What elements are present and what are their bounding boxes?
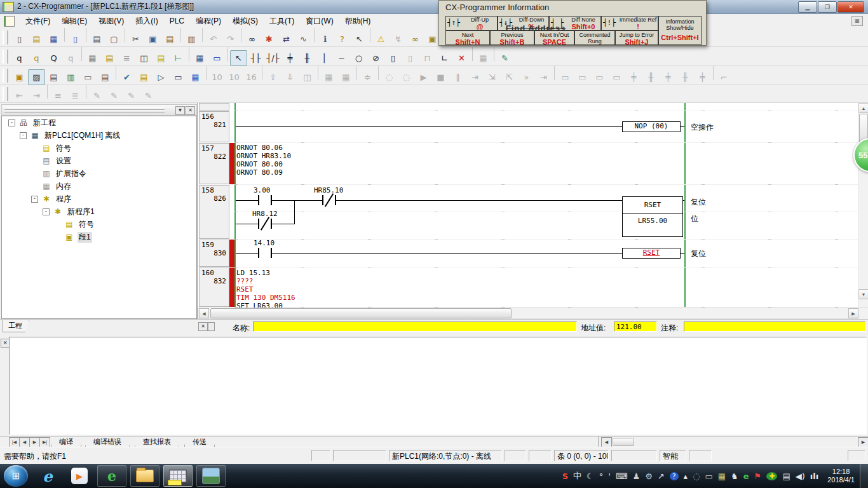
context-help-icon[interactable]: ↖ [351, 31, 368, 47]
menu-编程P[interactable]: 编程(P) [190, 15, 227, 27]
menu-视图V[interactable]: 视图(V) [93, 15, 130, 27]
query-window-icon[interactable]: ▥ [62, 69, 79, 85]
taskbar-clock[interactable]: 12:18 2018/4/1 [827, 468, 855, 484]
end-line-icon[interactable]: ∟ [436, 50, 453, 66]
rung-gutter-157[interactable]: 157 822 [199, 143, 229, 184]
rung-gutter-158[interactable]: 158 826 [199, 185, 229, 239]
style-brush-icon[interactable]: ✎ [496, 50, 513, 66]
replace-icon[interactable]: ⇄ [278, 31, 295, 47]
tray-ime-fullwidth-icon[interactable]: ° [599, 471, 604, 481]
find-in-files-icon[interactable]: ▯ [67, 31, 84, 47]
tree-expander[interactable]: - [8, 119, 15, 126]
contact-no-icon[interactable]: ┤├ [247, 50, 264, 66]
tray-flag-error-tray-icon[interactable]: ⚑ [754, 471, 762, 481]
cut-icon[interactable]: ✂ [127, 31, 144, 47]
grid-toggle-icon[interactable]: ▦ [84, 50, 101, 66]
tray-expand-tray-icon[interactable]: ▴ [684, 471, 688, 481]
menu-文件F[interactable]: 文件(F) [20, 15, 56, 27]
contact-or-no-icon[interactable]: ╪ [281, 50, 299, 66]
hscroll-thumb[interactable] [210, 308, 512, 318]
tray-ime-chinese-icon[interactable]: 中 [573, 470, 581, 482]
tray-browser-360-tray-icon[interactable]: e [743, 471, 749, 481]
instruction-rset-box[interactable]: RSET LR55.00 [622, 196, 683, 237]
tray-ime-punct-icon[interactable]: ' [608, 471, 611, 481]
menu-编辑E[interactable]: 编辑(E) [56, 15, 93, 27]
tree-item-memory[interactable]: ▦内存 [2, 180, 196, 193]
output-tab-编译错误[interactable]: 编译错误 [85, 437, 130, 447]
comment-field[interactable] [684, 322, 865, 332]
tray-safe-360-tray-icon[interactable]: ✚ [766, 472, 777, 480]
tree-item-settings[interactable]: ▤设置 [2, 154, 196, 167]
ci-window-icon[interactable]: ▭ [208, 50, 226, 66]
tray-plc-tray-icon[interactable]: ▦ [718, 471, 726, 481]
output-close-button[interactable]: ✕ [1, 339, 10, 348]
monitor-pair-icon[interactable]: ◫ [135, 50, 153, 66]
instruction-rset-error[interactable]: RSET [622, 248, 681, 259]
tray-volume-icon[interactable]: ◀) [796, 471, 805, 481]
name-field[interactable] [253, 322, 577, 332]
tab-first-button[interactable]: |◀ [9, 437, 20, 447]
instruction-box-icon[interactable]: ▯ [384, 50, 402, 66]
program-check-icon[interactable]: ▷ [153, 69, 170, 85]
mnemonic-view-icon[interactable]: ▨ [28, 69, 45, 85]
menu-帮助H[interactable]: 帮助(H) [339, 15, 377, 27]
show-addresses-icon[interactable]: ≡ [118, 50, 135, 66]
address-table-icon[interactable]: ▦ [191, 50, 208, 66]
statement-list-157[interactable]: ORNOT 80.06ORNOT HR83.10ORNOT 80.00ORNOT… [236, 144, 291, 177]
copy-icon[interactable]: ▣ [144, 31, 161, 47]
rung-gutter-prev[interactable] [199, 103, 229, 111]
taskbar-windows-explorer[interactable] [130, 465, 159, 487]
tray-help-tray-icon[interactable]: ? [670, 472, 679, 480]
toolbar-grip[interactable] [3, 30, 8, 44]
tree-item-symbols-global[interactable]: ▤符号 [2, 142, 196, 154]
zoom-region-icon[interactable]: q [28, 50, 45, 66]
contact-nc-HR8.12[interactable] [258, 219, 272, 229]
vscroll-up-button[interactable]: ▲ [858, 103, 868, 113]
tab-next-button[interactable]: ▶ [29, 437, 40, 447]
horizontal-line-icon[interactable]: ─ [333, 50, 350, 66]
tree-item-programs[interactable]: -✱程序 [2, 193, 196, 205]
vscroll-down-button[interactable]: ▼ [858, 289, 868, 299]
taskbar-internet-explorer[interactable]: e [34, 466, 62, 486]
toolbar-grip[interactable] [3, 50, 8, 64]
instruction-nop[interactable]: NOP (00) [622, 121, 681, 132]
tree-item-program-1[interactable]: -✱新程序1 [2, 205, 196, 218]
title-bar[interactable]: 2 - CX-Programmer - [新PLC1.新程序1.段1 [梯形图]… [0, 0, 868, 14]
about-icon[interactable]: ℹ [316, 31, 334, 47]
menu-工具T[interactable]: 工具(T) [264, 15, 300, 27]
tree-item-expansion-instructions[interactable]: ▥扩展指令 [2, 167, 196, 180]
hscroll-right-button[interactable]: ▶ [848, 308, 858, 318]
find-address-icon[interactable]: ✱ [261, 31, 278, 47]
show-tree-icon[interactable]: ⊢ [170, 50, 187, 66]
tray-qq-penguin-icon[interactable]: ♞ [731, 471, 738, 481]
rung-gutter-156[interactable]: 156 821 [199, 111, 229, 142]
find-bit-icon[interactable]: ∿ [295, 31, 312, 47]
save-icon[interactable]: ▦ [45, 31, 62, 47]
zoom-in-icon[interactable]: q [11, 50, 28, 66]
tree-item-section-1[interactable]: ▣段1 [2, 231, 196, 243]
output-hscroll-right[interactable]: ▶ [858, 437, 868, 447]
vertical-line-icon[interactable]: │ [316, 50, 333, 66]
tray-ime-moon-icon[interactable]: ☾ [587, 471, 594, 481]
contact-no-3.00[interactable] [258, 195, 272, 205]
mdi-child-icon[interactable] [4, 16, 15, 27]
output-tab-编译[interactable]: 编译 [51, 437, 81, 447]
tab-project[interactable]: 工程 [3, 320, 29, 332]
taskbar-browser-360[interactable]: e [97, 465, 126, 487]
paste-icon[interactable]: ▤ [161, 31, 179, 47]
popup-window-icon[interactable]: ▭ [79, 69, 97, 85]
list-window-icon[interactable]: ▭ [170, 69, 187, 85]
address-field[interactable]: 121.00 [614, 322, 657, 332]
tree-item-symbols-local[interactable]: ▤符号 [2, 218, 196, 231]
new-file-icon[interactable]: ▯ [11, 31, 28, 47]
tray-user-tray-icon[interactable]: ♟ [633, 471, 641, 481]
tree-expander[interactable]: - [31, 196, 38, 203]
toolbar-grip[interactable] [3, 69, 8, 83]
tray-sogou-input-icon[interactable]: S [562, 471, 568, 481]
contact-or-nc-icon[interactable]: ╫ [299, 50, 316, 66]
contact-no-14.10[interactable] [258, 248, 272, 258]
mdi-child-buttons[interactable]: ▦ [851, 16, 863, 26]
taskbar-photo-viewer[interactable] [196, 465, 226, 487]
output-hscroll-thumb[interactable] [613, 438, 634, 446]
tray-notify-bell-icon[interactable]: ◌ [693, 471, 700, 481]
